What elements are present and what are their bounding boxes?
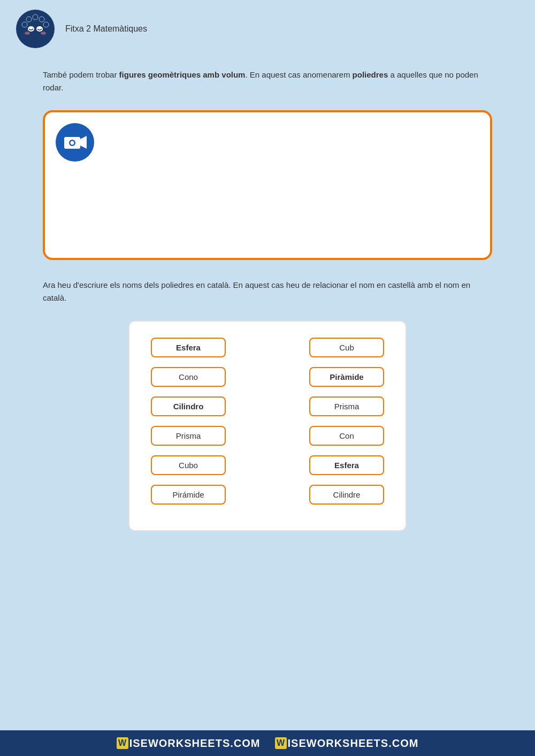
match-left-2[interactable]: Cono [151, 367, 226, 387]
logo-icon [19, 13, 51, 45]
matching-row: Prisma Con [151, 426, 384, 446]
svg-point-3 [39, 17, 44, 22]
page-footer: W ISEWORKSHEETS.COM W ISEWORKSHEETS.COM [0, 730, 535, 756]
footer-w-box-1: W [117, 737, 128, 749]
video-icon-circle [56, 123, 94, 162]
video-box[interactable] [43, 110, 492, 260]
footer-letters-2: ISEWORKSHEETS.COM [288, 737, 419, 750]
app-logo [16, 10, 55, 48]
match-left-1[interactable]: Esfera [151, 338, 226, 357]
matching-row: Cilindro Prisma [151, 396, 384, 416]
footer-divider [264, 737, 270, 750]
footer-letters-1: ISEWORKSHEETS.COM [129, 737, 261, 750]
svg-point-7 [36, 26, 43, 32]
match-right-1[interactable]: Cub [309, 338, 384, 357]
footer-logo-2: W ISEWORKSHEETS.COM [275, 737, 419, 750]
svg-point-1 [26, 17, 32, 22]
intro-bold2: poliedres [353, 70, 388, 79]
match-right-4[interactable]: Con [309, 426, 384, 446]
intro-bold1: figures geomètriques amb volum [119, 70, 246, 79]
footer-w-box-2: W [275, 737, 287, 749]
main-content: També podem trobar figures geomètriques … [0, 58, 535, 542]
intro-text-after-bold1: . En aquest cas anomenarem [245, 70, 352, 79]
svg-point-9 [41, 32, 46, 35]
match-left-3[interactable]: Cilindro [151, 396, 226, 416]
svg-point-4 [22, 22, 27, 27]
page-title: Fitxa 2 Matemàtiques [65, 24, 147, 34]
match-right-5[interactable]: Esfera [309, 455, 384, 475]
matching-row: Cubo Esfera [151, 455, 384, 475]
intro-text-before-bold1: També podem trobar [43, 70, 119, 79]
camera-icon [63, 133, 87, 152]
matching-container: Esfera Cub Cono Piràmide Cilindro Prisma… [128, 320, 407, 531]
svg-point-6 [28, 26, 34, 32]
match-right-6[interactable]: Cilindre [309, 485, 384, 505]
intro-paragraph: També podem trobar figures geomètriques … [43, 68, 492, 94]
matching-row: Esfera Cub [151, 338, 384, 357]
second-paragraph: Ara heu d'escriure els noms dels poliedr… [43, 279, 492, 304]
svg-marker-11 [80, 136, 87, 149]
match-left-4[interactable]: Prisma [151, 426, 226, 446]
svg-point-2 [33, 14, 38, 20]
match-left-6[interactable]: Pirámide [151, 485, 226, 505]
matching-row: Cono Piràmide [151, 367, 384, 387]
svg-point-5 [43, 22, 49, 27]
match-right-3[interactable]: Prisma [309, 396, 384, 416]
footer-logo-1: W ISEWORKSHEETS.COM [117, 737, 261, 750]
matching-row: Pirámide Cilindre [151, 485, 384, 505]
match-left-5[interactable]: Cubo [151, 455, 226, 475]
match-right-2[interactable]: Piràmide [309, 367, 384, 387]
page-header: Fitxa 2 Matemàtiques [0, 0, 535, 58]
svg-point-13 [71, 141, 74, 145]
svg-point-8 [25, 32, 30, 35]
